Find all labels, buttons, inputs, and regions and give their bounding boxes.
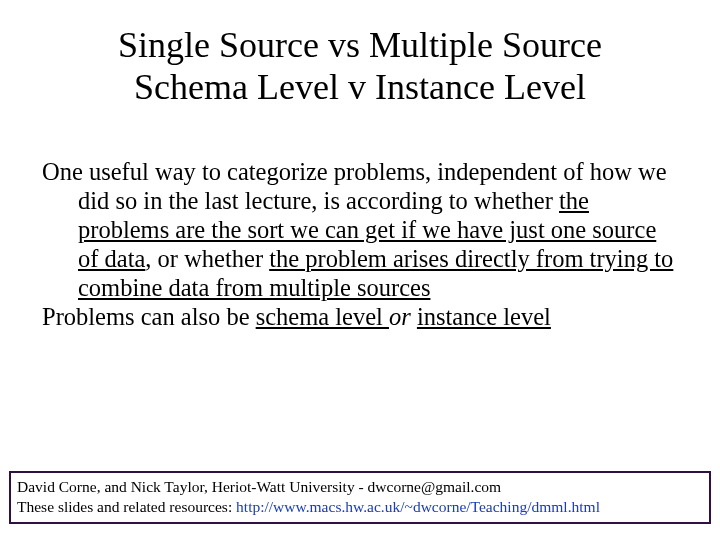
slide: Single Source vs Multiple Source Schema … <box>0 0 720 540</box>
p2-underline-1: schema level <box>256 303 389 330</box>
footer-line-2: These slides and related resources: http… <box>17 497 703 516</box>
paragraph-2: Problems can also be schema level or ins… <box>42 303 678 332</box>
p1-text-b: , or whether <box>145 245 269 272</box>
p2-underline-2: instance level <box>417 303 551 330</box>
slide-title: Single Source vs Multiple Source Schema … <box>0 0 720 109</box>
p2-text-a: Problems can also be <box>42 303 256 330</box>
paragraph-1: One useful way to categorize problems, i… <box>42 158 678 303</box>
footer-box: David Corne, and Nick Taylor, Heriot-Wat… <box>9 471 711 524</box>
slide-body: One useful way to categorize problems, i… <box>42 158 678 331</box>
title-line-2: Schema Level v Instance Level <box>134 67 586 107</box>
footer-link[interactable]: http://www.macs.hw.ac.uk/~dwcorne/Teachi… <box>236 498 600 515</box>
title-line-1: Single Source vs Multiple Source <box>118 25 602 65</box>
p2-text-b: or <box>389 303 417 330</box>
footer-line-2-text: These slides and related resources: <box>17 498 236 515</box>
footer-line-1: David Corne, and Nick Taylor, Heriot-Wat… <box>17 477 703 496</box>
